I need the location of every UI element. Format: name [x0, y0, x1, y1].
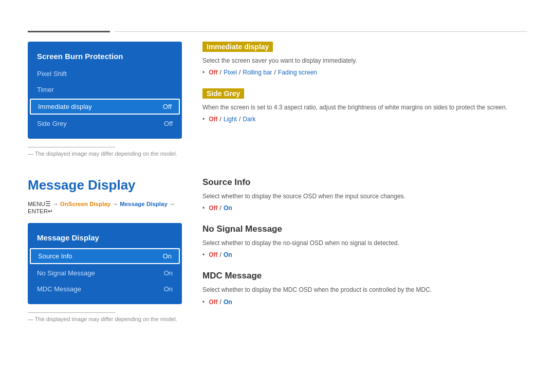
section2-note: ― The displayed image may differ dependi…	[28, 316, 182, 322]
source-info-label: Source Info	[38, 252, 72, 260]
sep-5: /	[239, 116, 240, 123]
bullet-ns: •	[202, 251, 205, 258]
section1-note: ― The displayed image may differ dependi…	[28, 151, 182, 157]
screen-burn-menu-box: Screen Burn Protection Pixel Shift Timer…	[28, 42, 182, 139]
message-display-menu-box: Message Display Source Info On No Signal…	[28, 223, 182, 304]
divider-right	[115, 31, 527, 32]
bc-onscreen: OnScreen Display	[60, 201, 110, 207]
opt-light: Light	[224, 116, 237, 123]
mdc-message-value: On	[164, 285, 173, 293]
side-grey-desc: When the screen is set to 4:3 aspect rat…	[202, 103, 527, 113]
mdc-message-heading: MDC Message	[202, 271, 527, 281]
immediate-display-value: Off	[163, 103, 172, 110]
immediate-display-options: • Off / Pixel / Rolling bar / Fading scr…	[202, 69, 527, 76]
mdc-message-desc: Select whether to display the MDC OSD wh…	[202, 285, 527, 295]
section2-layout: Message Display MENU☰ → OnScreen Display…	[0, 177, 555, 322]
mdc-message-options: • Off / On	[202, 298, 527, 306]
bc-message-display: Message Display	[120, 201, 168, 207]
top-divider	[0, 31, 555, 32]
screen-burn-title: Screen Burn Protection	[28, 49, 182, 66]
source-info-heading: Source Info	[202, 177, 527, 188]
section1-right-panel: Immediate display Select the screen save…	[202, 42, 527, 157]
bullet-1: •	[202, 69, 205, 76]
note2-dash: ―	[28, 316, 35, 322]
sep-ns: /	[220, 251, 221, 258]
opt-mdc-off: Off	[209, 298, 217, 306]
note-divider-1	[28, 147, 115, 147]
side-grey-label: Side Grey	[37, 120, 67, 127]
note-dash: ―	[28, 151, 35, 157]
source-info-section: Source Info Select whether to display th…	[202, 177, 527, 212]
mdc-message-label: MDC Message	[37, 285, 81, 293]
bullet-2: •	[202, 116, 205, 123]
message-display-page-title: Message Display	[28, 177, 182, 193]
opt-dark: Dark	[243, 116, 255, 123]
side-grey-heading: Side Grey	[202, 88, 244, 99]
sep-si: /	[220, 204, 221, 212]
immediate-display-label: Immediate display	[38, 103, 92, 110]
sep-2: /	[239, 69, 240, 76]
opt-off-2: Off	[209, 116, 217, 123]
sep-1: /	[220, 69, 221, 76]
bullet-mdc: •	[202, 298, 205, 306]
opt-ns-off: Off	[209, 251, 217, 258]
menu-item-pixel-shift[interactable]: Pixel Shift	[28, 66, 182, 82]
breadcrumb: MENU☰ → OnScreen Display → Message Displ…	[28, 200, 182, 215]
no-signal-value: On	[164, 269, 173, 277]
pixel-shift-label: Pixel Shift	[37, 70, 67, 78]
immediate-display-heading: Immediate display	[202, 42, 273, 52]
source-info-value: On	[163, 252, 172, 260]
note-divider-2	[28, 312, 115, 313]
opt-mdc-on: On	[224, 298, 232, 306]
opt-ns-on: On	[224, 251, 232, 258]
opt-rolling: Rolling bar	[243, 69, 272, 76]
section2-left-panel: Message Display MENU☰ → OnScreen Display…	[28, 177, 182, 322]
no-signal-heading: No Signal Message	[202, 224, 527, 234]
source-info-options: • Off / On	[202, 204, 527, 212]
side-grey-value: Off	[164, 120, 173, 127]
side-grey-section: Side Grey When the screen is set to 4:3 …	[202, 88, 527, 123]
opt-si-on: On	[224, 204, 232, 212]
no-signal-label: No Signal Message	[37, 269, 95, 277]
bullet-si: •	[202, 204, 205, 212]
no-signal-options: • Off / On	[202, 251, 527, 258]
message-display-menu-title: Message Display	[28, 230, 182, 247]
sep-mdc: /	[220, 298, 221, 306]
menu-item-timer[interactable]: Timer	[28, 82, 182, 98]
menu-item-mdc-message[interactable]: MDC Message On	[28, 281, 182, 297]
section1-layout: Screen Burn Protection Pixel Shift Timer…	[0, 42, 555, 157]
immediate-display-section: Immediate display Select the screen save…	[202, 42, 527, 76]
note2-content: The displayed image may differ depending…	[35, 316, 177, 322]
opt-off-1: Off	[209, 69, 217, 76]
opt-fading: Fading screen	[278, 69, 317, 76]
note-content: The displayed image may differ depending…	[35, 151, 177, 157]
section2-right-panel: Source Info Select whether to display th…	[202, 177, 527, 322]
source-info-desc: Select whether to display the source OSD…	[202, 192, 527, 201]
mdc-message-section: MDC Message Select whether to display th…	[202, 271, 527, 305]
section1-left-panel: Screen Burn Protection Pixel Shift Timer…	[28, 42, 182, 157]
side-grey-options: • Off / Light / Dark	[202, 116, 527, 123]
immediate-display-desc: Select the screen saver you want to disp…	[202, 56, 527, 66]
bc-arrow2: →	[112, 201, 120, 207]
no-signal-section: No Signal Message Select whether to disp…	[202, 224, 527, 258]
timer-label: Timer	[37, 86, 54, 94]
bc-menu: MENU	[28, 201, 45, 207]
divider-left	[28, 31, 110, 32]
sep-4: /	[220, 116, 221, 123]
menu-item-immediate-display[interactable]: Immediate display Off	[30, 99, 180, 115]
menu-item-no-signal[interactable]: No Signal Message On	[28, 265, 182, 281]
no-signal-desc: Select whether to display the no-signal …	[202, 238, 527, 248]
bc-icon: ☰	[45, 201, 51, 207]
opt-pixel: Pixel	[224, 69, 237, 76]
sep-3: /	[274, 69, 276, 76]
opt-si-off: Off	[209, 204, 217, 212]
menu-item-source-info[interactable]: Source Info On	[30, 248, 180, 264]
menu-item-side-grey[interactable]: Side Grey Off	[28, 116, 182, 132]
bc-arrow1: →	[52, 201, 60, 207]
